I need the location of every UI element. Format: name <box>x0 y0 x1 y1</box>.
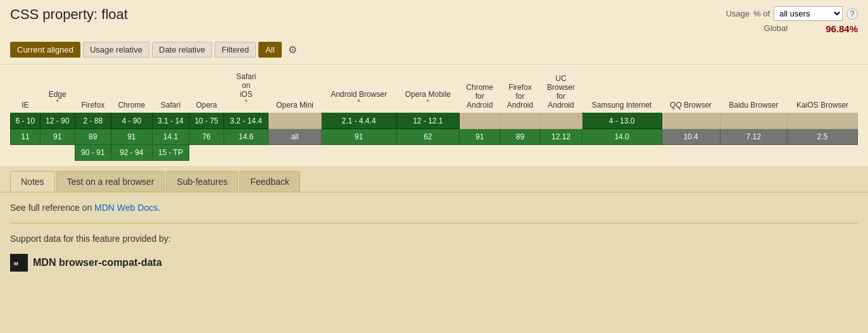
col-header-chrome-android: ChromeforAndroid <box>459 70 500 113</box>
table-cell <box>500 113 540 129</box>
compat-table-container: IEEdge *FirefoxChromeSafariOperaSafarion… <box>0 65 868 166</box>
th-label: UCBrowserforAndroid <box>544 74 578 110</box>
see-full-reference: See full reference on MDN Web Docs. <box>10 203 858 213</box>
current-aligned-button[interactable]: Current aligned <box>10 42 80 58</box>
mdn-web-docs-link[interactable]: MDN Web Docs <box>94 203 158 213</box>
page-title: CSS property: float <box>10 6 128 23</box>
table-cell: 14.0 <box>582 129 662 145</box>
table-cell: 10.4 <box>662 129 720 145</box>
usage-row: Usage % of all users tracked users ? <box>726 6 858 21</box>
table-cell: 12 - 12.1 <box>396 113 459 129</box>
usage-panel: Usage % of all users tracked users ? Glo… <box>726 6 858 34</box>
table-cell: 14.6 <box>223 129 268 145</box>
th-label: Opera Mini <box>272 101 317 110</box>
tab-test[interactable]: Test on a real browser <box>56 171 165 192</box>
col-header-android: Android Browser * <box>321 70 396 113</box>
col-header-firefox-android: FirefoxforAndroid <box>500 70 540 113</box>
table-cell: 91 <box>459 129 500 145</box>
tab-feedback[interactable]: Feedback <box>239 171 299 192</box>
table-cell <box>540 113 582 129</box>
usage-relative-button[interactable]: Usage relative <box>83 42 149 58</box>
th-label: Baidu Browser <box>724 101 783 110</box>
table-row: 90 - 9192 - 9415 - TP <box>11 145 858 161</box>
date-relative-button[interactable]: Date relative <box>152 42 212 58</box>
toolbar: Current aligned Usage relative Date rela… <box>0 38 868 65</box>
top-bar: CSS property: float Usage % of all users… <box>0 0 868 38</box>
table-cell: 91 <box>111 129 153 145</box>
table-cell: 91 <box>40 129 75 145</box>
table-cell: 11 <box>11 129 41 145</box>
th-label: Edge <box>44 90 71 99</box>
user-type-select[interactable]: all users tracked users <box>774 6 843 21</box>
table-cell: 2.5 <box>787 129 857 145</box>
th-label: Opera <box>193 101 220 110</box>
th-label: Samsung Internet <box>586 101 658 110</box>
table-cell: 91 <box>321 129 396 145</box>
col-header-baidu: Baidu Browser <box>720 70 787 113</box>
table-cell: 6 - 10 <box>11 113 41 129</box>
table-cell <box>720 113 787 129</box>
table-cell <box>459 113 500 129</box>
th-label: ChromeforAndroid <box>463 83 496 110</box>
th-label: Opera Mobile <box>400 90 455 99</box>
th-label: SafarioniOS <box>227 72 264 99</box>
percent-of-label: % of <box>753 9 770 18</box>
table-cell: all <box>268 129 321 145</box>
table-cell: 10 - 75 <box>189 113 224 129</box>
table-cell: 76 <box>189 129 224 145</box>
question-mark-icon[interactable]: ? <box>846 8 858 20</box>
table-cell <box>189 145 224 161</box>
col-header-ie: IE <box>11 70 41 113</box>
th-label: Chrome <box>115 101 149 110</box>
table-cell <box>321 145 396 161</box>
all-button[interactable]: All <box>258 42 281 58</box>
th-label: IE <box>15 101 37 110</box>
table-cell: 92 - 94 <box>111 145 153 161</box>
table-cell: 15 - TP <box>152 145 189 161</box>
col-header-safari-ios: SafarioniOS * <box>223 70 268 113</box>
th-label: KaiOS Browser <box>791 101 853 110</box>
th-label: QQ Browser <box>665 101 716 110</box>
table-cell: 3.1 - 14 <box>152 113 189 129</box>
table-cell <box>720 145 787 161</box>
table-cell: 4 - 13.0 <box>582 113 662 129</box>
table-cell <box>11 145 41 161</box>
table-cell <box>787 113 857 129</box>
th-label: Firefox <box>79 101 107 110</box>
mdn-badge: M MDN browser-compat-data <box>10 254 858 272</box>
table-cell <box>268 113 321 129</box>
col-header-safari: Safari <box>152 70 189 113</box>
col-header-opera-mobile: Opera Mobile * <box>396 70 459 113</box>
asterisk-icon: * <box>56 99 59 106</box>
col-header-chrome: Chrome <box>111 70 153 113</box>
table-row: 1191899114.17614.6all9162918912.1214.010… <box>11 129 858 145</box>
table-cell <box>40 145 75 161</box>
th-label: Safari <box>156 101 186 110</box>
tab-notes[interactable]: Notes <box>10 171 55 192</box>
gear-button[interactable]: ⚙ <box>284 42 301 57</box>
table-cell <box>582 145 662 161</box>
table-cell <box>396 145 459 161</box>
divider <box>10 223 858 223</box>
col-header-samsung: Samsung Internet <box>582 70 662 113</box>
col-header-uc: UCBrowserforAndroid <box>540 70 582 113</box>
table-cell <box>540 145 582 161</box>
see-full-text: See full reference on <box>10 203 94 213</box>
col-header-qq: QQ Browser <box>662 70 720 113</box>
table-cell: 90 - 91 <box>75 145 111 161</box>
svg-text:M: M <box>14 261 18 267</box>
filtered-button[interactable]: Filtered <box>215 42 256 58</box>
table-cell <box>500 145 540 161</box>
asterisk-icon: * <box>245 99 248 106</box>
col-header-kaios: KaiOS Browser <box>787 70 857 113</box>
table-cell: 89 <box>75 129 111 145</box>
table-cell <box>268 145 321 161</box>
table-cell: 7.12 <box>720 129 787 145</box>
global-label: Global <box>764 23 788 34</box>
asterisk-icon: * <box>358 99 360 106</box>
tab-sub-features[interactable]: Sub-features <box>166 171 238 192</box>
global-value: 96.84% <box>826 23 858 34</box>
col-header-opera-mini: Opera Mini <box>268 70 321 113</box>
table-cell: 62 <box>396 129 459 145</box>
th-label: FirefoxforAndroid <box>504 83 536 110</box>
